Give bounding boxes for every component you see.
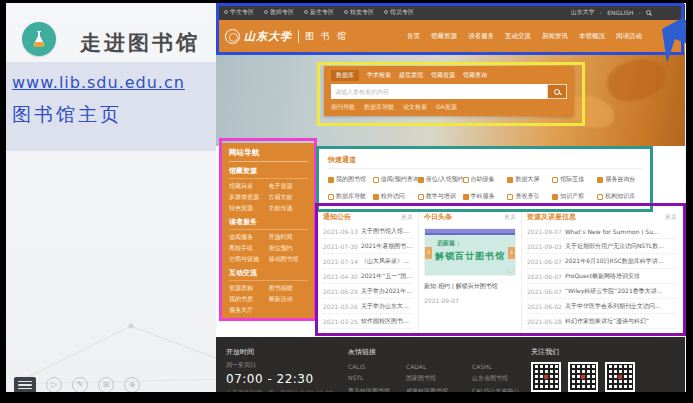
- notice-item[interactable]: 2021-07-302021年暑期图书馆读者服务指南: [323, 239, 413, 254]
- search-tab-resources[interactable]: 馆藏资源: [431, 71, 455, 80]
- quick-link-database-nav[interactable]: 数据库导航: [328, 192, 373, 201]
- notices-more-link[interactable]: 更多: [401, 213, 413, 222]
- sidebar-link[interactable]: 空间与设施: [229, 255, 269, 264]
- nav-home[interactable]: 首页: [407, 32, 420, 41]
- sidebar-link[interactable]: 我的书房: [229, 295, 269, 304]
- search-tab-academic[interactable]: 学术检索: [367, 71, 391, 80]
- footer-link-nstl[interactable]: NSTL: [348, 374, 396, 383]
- nav-about[interactable]: 本馆概况: [579, 32, 605, 41]
- nav-reader-services[interactable]: 读者服务: [468, 32, 494, 41]
- search-tab-discovery[interactable]: 超星发现: [399, 71, 423, 80]
- search-input[interactable]: [331, 84, 547, 99]
- journal-nav-link[interactable]: 期刊导航: [331, 103, 355, 112]
- sidebar-link[interactable]: 特色资源: [229, 204, 269, 213]
- carousel-prev-icon[interactable]: ‹: [425, 247, 432, 259]
- sidebar-link[interactable]: 座位预约: [269, 244, 309, 253]
- sidebar-link[interactable]: 服务大厅: [229, 306, 269, 315]
- resource-item[interactable]: 2021-09-03关于近期部分用户无法访问NSTL数...: [527, 239, 677, 254]
- topbar-tab-students[interactable]: 学生专区: [224, 8, 254, 17]
- quick-link-citation-check[interactable]: 查收查引: [507, 192, 552, 201]
- search-tab-catalog[interactable]: 馆藏查询: [463, 71, 487, 80]
- flask-icon: [29, 29, 49, 49]
- topbar-tab-freshmen[interactable]: 新生专区: [304, 8, 334, 17]
- library-url-link[interactable]: www.lib.sdu.edu.cn: [12, 73, 185, 92]
- pen-icon[interactable]: ✎: [72, 377, 88, 392]
- sidebar-link[interactable]: 馆藏目录: [229, 182, 269, 191]
- chevron-right-icon: ›: [639, 9, 641, 16]
- footer-link-calis[interactable]: CALIS: [348, 363, 396, 370]
- notice-item[interactable]: 2021-03-25软件园校区图书馆临时闭馆通知: [323, 314, 413, 329]
- quick-link-label: 学科服务: [471, 192, 495, 201]
- sidebar-link[interactable]: 开放时间: [269, 233, 309, 242]
- topbar-tab-teachers[interactable]: 教师专区: [264, 8, 294, 17]
- grid-icon[interactable]: ⊞: [98, 377, 114, 392]
- notice-item[interactable]: 2021-03-26关于举办山东大学第二届创新和学...: [323, 299, 413, 314]
- resource-item[interactable]: 2021-09-07What’s New for Summon | Su...: [527, 224, 677, 239]
- quick-link-offcampus-access[interactable]: 校外访问: [373, 192, 418, 201]
- oa-resources-link[interactable]: OA资源: [436, 103, 457, 112]
- search-tab-database[interactable]: 数据库: [331, 70, 359, 81]
- search-icon[interactable]: [646, 10, 651, 15]
- carousel-next-icon[interactable]: ›: [508, 247, 515, 259]
- resource-item[interactable]: 2021-06-07ProQuest最新网络培训安排: [527, 269, 677, 284]
- english-link[interactable]: ENGLISH: [607, 9, 633, 16]
- footer-link-qingdao-campus[interactable]: 青岛校区图书馆: [348, 387, 396, 392]
- sidebar-link[interactable]: 图书捐赠: [269, 284, 309, 293]
- notice-item[interactable]: 2021-09-13关于图书馆入馆、座位预约管理系...: [323, 224, 413, 239]
- resources-more-link[interactable]: 更多: [665, 213, 677, 222]
- sidebar-link[interactable]: 借阅服务: [229, 233, 269, 242]
- school-link[interactable]: 山东大学: [571, 8, 595, 17]
- quick-link-loan-query[interactable]: 借阅/预约查询: [373, 175, 418, 184]
- zoom-icon[interactable]: ⊕: [124, 377, 140, 392]
- quick-link-training[interactable]: 教学与培训: [418, 192, 463, 201]
- footer-link-cadal[interactable]: CADAL: [406, 363, 462, 370]
- quick-link-service-desk[interactable]: 服务咨询台: [597, 175, 642, 184]
- footer-link-shandong-library[interactable]: 山东省图书馆: [472, 374, 519, 383]
- search-button[interactable]: [547, 84, 567, 99]
- topbar-tab-staff[interactable]: 馆员专区: [384, 8, 414, 17]
- quick-link-repository[interactable]: 机构知识库: [597, 192, 642, 201]
- quick-link-seat-booking[interactable]: 座位/入馆预约: [418, 175, 463, 184]
- play-icon[interactable]: ▷: [46, 377, 62, 392]
- notice-item[interactable]: 2021-04-302021年“五一”国际劳动节图书馆...: [323, 269, 413, 284]
- footer-link-national-library[interactable]: 国家图书馆: [406, 374, 462, 383]
- footer-link-calis-shandong[interactable]: CALIS山东省中心: [472, 387, 519, 392]
- quick-link-self-service[interactable]: 自助设备: [463, 175, 508, 184]
- sidebar-link[interactable]: 移动图书馆: [269, 255, 309, 264]
- headline-more-link[interactable]: 更多: [504, 213, 516, 222]
- quick-link-my-library[interactable]: 我的图书馆: [328, 175, 373, 184]
- resource-item[interactable]: 2021-06-02关于中华医学会系列期刊全文访问...: [527, 299, 677, 314]
- notice-item[interactable]: 2021-06-29关于举办2021年图书馆文化节的通知: [323, 284, 413, 299]
- sidebar-link[interactable]: 多媒体资源: [229, 193, 269, 202]
- headline-caption-link[interactable]: 新知·相约 | 解锁百廿图书馆: [424, 282, 516, 291]
- nav-collections[interactable]: 馆藏资源: [431, 32, 457, 41]
- nav-interaction[interactable]: 互动交流: [505, 32, 531, 41]
- quick-link-data-screen[interactable]: 数据大屏: [507, 175, 552, 184]
- sidebar-link[interactable]: 最新活动: [269, 295, 309, 304]
- quick-link-label: 数据大屏: [515, 175, 539, 184]
- footer-link-cashl[interactable]: CASHL: [472, 363, 519, 370]
- topbar-tab-alumni[interactable]: 校友专区: [344, 8, 374, 17]
- list-menu-button[interactable]: [14, 377, 36, 392]
- site-brand[interactable]: 山东大学 图 书 馆: [225, 29, 348, 44]
- resource-item[interactable]: 2021-06-072021年6月10日RSC数据库科学讲...: [527, 254, 677, 269]
- database-nav-link[interactable]: 数据库导航: [364, 103, 394, 112]
- quick-link-interlibrary-loan[interactable]: 馆际互借: [552, 175, 597, 184]
- footer-link-weihai-campus[interactable]: 威海校区图书馆: [406, 387, 462, 392]
- notice-item[interactable]: 2021-07-14《山大风采录》校友及离退休人员...: [323, 254, 413, 269]
- nav-news[interactable]: 新闻资讯: [542, 32, 568, 41]
- sidebar-section-services: 读者服务: [229, 217, 308, 230]
- resource-item[interactable]: 2021-06-07“Wiley科研云学院”2021春季大讲...: [527, 284, 677, 299]
- sidebar-link[interactable]: 文献传递: [269, 204, 309, 213]
- headline-carousel-image[interactable]: 启新篇： 解锁百廿图书馆 ‹ › /5: [424, 228, 516, 276]
- sidebar-link[interactable]: 古籍文献: [269, 193, 309, 202]
- sidebar-title: 网站导航: [229, 148, 308, 162]
- nav-reading-activities[interactable]: 阅读活动: [616, 32, 642, 41]
- sidebar-link[interactable]: 电子资源: [269, 182, 309, 191]
- sidebar-link[interactable]: 资源荐购: [229, 284, 269, 293]
- resource-item[interactable]: 2021-05-28科幻作家想象讲坛“漫谈与科幻”: [527, 314, 677, 329]
- quick-link-ip-service[interactable]: 知识产权: [552, 192, 597, 201]
- paper-search-link[interactable]: 论文检索: [403, 103, 427, 112]
- quick-link-subject-service[interactable]: 学科服务: [463, 192, 508, 201]
- sidebar-link[interactable]: 离校手续: [229, 244, 269, 253]
